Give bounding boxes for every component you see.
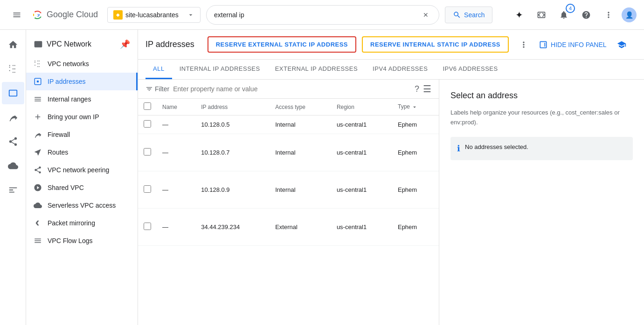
col-region: Region <box>331 99 392 115</box>
search-button[interactable]: Search <box>445 7 492 23</box>
cell-type-2: Ephem <box>392 171 439 209</box>
sidebar-item-vpc-flow-logs[interactable]: VPC Flow Logs <box>26 232 138 250</box>
data-table: Name IP address Access type Region Type <box>138 99 439 246</box>
google-cloud-logo: Google Cloud <box>32 9 98 20</box>
sidebar-item-internal-ranges[interactable]: Internal ranges <box>26 90 138 108</box>
sidebar-item-packet-mirroring[interactable]: Packet mirroring <box>26 214 138 232</box>
filter-input[interactable] <box>173 85 411 93</box>
school-button[interactable] <box>612 35 631 54</box>
nav-item-label: VPC networks <box>48 60 89 68</box>
nav-item-label: Routes <box>48 149 68 156</box>
row-checkbox-3[interactable] <box>144 223 151 230</box>
table-row: — 34.44.239.234 External us-central1 Eph… <box>138 209 439 246</box>
cell-region-3[interactable]: us-central1 <box>331 209 392 246</box>
sidebar-item-vpc-peering[interactable]: VPC network peering <box>26 161 138 179</box>
cell-region-1[interactable]: us-central1 <box>331 134 392 171</box>
filter-help-icon[interactable]: ? <box>415 84 419 94</box>
nav-item-label: VPC network peering <box>48 166 109 174</box>
table-row: — 10.128.0.9 Internal us-central1 Ephem <box>138 171 439 209</box>
info-notice-icon: ℹ <box>457 143 460 154</box>
cell-access-2: Internal <box>270 171 331 209</box>
sidebar-item-routes[interactable]: Routes <box>26 143 138 161</box>
nav-item-label: Firewall <box>48 131 70 138</box>
nav-item-label: VPC Flow Logs <box>48 237 92 244</box>
cell-ip-3[interactable]: 34.44.239.234 <box>195 209 270 246</box>
menu-button[interactable] <box>7 6 26 24</box>
cell-region-2[interactable]: us-central1 <box>331 171 392 209</box>
columns-icon[interactable]: ☰ <box>423 83 431 95</box>
cell-name-1: — <box>157 134 195 171</box>
terminal-button[interactable] <box>532 6 551 24</box>
tab-external[interactable]: EXTERNAL IP ADDRESSES <box>268 60 365 79</box>
tab-ipv6[interactable]: IPV6 ADDRESSES <box>435 60 505 79</box>
cell-type-3: Ephem <box>392 209 439 246</box>
info-panel-description: Labels help organize your resources (e.g… <box>450 108 633 128</box>
sidebar-icon-logs[interactable] <box>2 179 24 201</box>
tab-ipv4[interactable]: IPV4 ADDRESSES <box>365 60 435 79</box>
nav-item-label: IP addresses <box>48 78 85 85</box>
svg-point-1 <box>37 81 39 83</box>
content-header: IP addresses RESERVE EXTERNAL STATIC IP … <box>138 30 644 60</box>
sidebar-item-vpc-networks[interactable]: VPC networks <box>26 55 138 73</box>
sidebar-icon-peering[interactable] <box>2 130 24 153</box>
search-clear-button[interactable]: ✕ <box>420 9 431 20</box>
info-panel: Select an address Labels help organize y… <box>439 80 644 325</box>
hide-info-panel-button[interactable]: HIDE INFO PANEL <box>539 40 607 49</box>
nav-header: VPC Network 📌 <box>26 34 138 55</box>
more-options-button[interactable] <box>599 6 618 24</box>
row-checkbox-0[interactable] <box>144 120 151 128</box>
info-notice-text: No addresses selected. <box>465 143 528 150</box>
sidebar-icon-serverless[interactable] <box>2 155 24 177</box>
filter-bar: Filter ? ☰ <box>138 80 439 99</box>
sidebar-icon-routes[interactable] <box>2 106 24 129</box>
select-all-checkbox[interactable] <box>144 102 151 110</box>
sidebar-icons <box>0 30 26 325</box>
sidebar-icon-ip[interactable] <box>2 82 24 104</box>
top-icons: ✦ 4 👤 <box>510 6 637 24</box>
sidebar-icon-home[interactable] <box>2 34 24 56</box>
nav-panel: VPC Network 📌 VPC networks IP addresses … <box>26 30 138 325</box>
pin-icon[interactable]: 📌 <box>120 39 130 49</box>
content-body: Filter ? ☰ Name IP address <box>138 80 644 325</box>
nav-item-label: Serverless VPC access <box>48 202 116 209</box>
reserve-internal-button[interactable]: RESERVE INTERNAL STATIC IP ADDRESS <box>362 36 509 53</box>
sidebar-item-shared-vpc[interactable]: Shared VPC <box>26 179 138 196</box>
filter-label: Filter <box>145 85 169 93</box>
cell-name-2: — <box>157 171 195 209</box>
col-access: Access type <box>270 99 331 115</box>
help-button[interactable] <box>577 6 596 24</box>
cell-ip-1[interactable]: 10.128.0.7 <box>195 134 270 171</box>
search-input[interactable] <box>214 11 416 19</box>
notification-button[interactable]: 4 <box>554 6 573 24</box>
search-bar: ✕ <box>206 5 439 25</box>
user-avatar[interactable]: 👤 <box>622 7 637 22</box>
sidebar-item-ip-addresses[interactable]: IP addresses <box>26 73 138 90</box>
nav-item-label: Internal ranges <box>48 95 91 103</box>
tab-all[interactable]: ALL <box>145 60 172 79</box>
cell-ip-0[interactable]: 10.128.0.5 <box>195 115 270 134</box>
sidebar-item-firewall[interactable]: Firewall <box>26 126 138 143</box>
sidebar-item-bring-your-own-ip[interactable]: Bring your own IP <box>26 108 138 126</box>
project-selector[interactable]: ◆ site-lucasabrantes <box>107 7 201 23</box>
cell-region-0[interactable]: us-central1 <box>331 115 392 134</box>
reserve-external-button[interactable]: RESERVE EXTERNAL STATIC IP ADDRESS <box>208 36 356 53</box>
cell-name-3: — <box>157 209 195 246</box>
cell-access-0: Internal <box>270 115 331 134</box>
logo-text: Google Cloud <box>47 10 98 20</box>
header-more-button[interactable] <box>514 35 533 54</box>
filter-text: Filter <box>155 85 169 93</box>
tab-internal[interactable]: INTERNAL IP ADDRESSES <box>172 60 268 79</box>
row-checkbox-2[interactable] <box>144 185 151 193</box>
page-title: IP addresses <box>145 40 194 49</box>
search-button-label: Search <box>464 11 485 19</box>
row-checkbox-1[interactable] <box>144 148 151 156</box>
sidebar-item-serverless-vpc[interactable]: Serverless VPC access <box>26 196 138 214</box>
sidebar-icon-vpc[interactable] <box>2 58 24 80</box>
info-panel-notice: ℹ No addresses selected. <box>450 137 633 160</box>
ai-button[interactable]: ✦ <box>510 6 528 24</box>
app-layout: VPC Network 📌 VPC networks IP addresses … <box>0 30 644 325</box>
cell-type-0: Ephem <box>392 115 439 134</box>
project-name: site-lucasabrantes <box>125 11 179 19</box>
cell-ip-2[interactable]: 10.128.0.9 <box>195 171 270 209</box>
cell-name-0: — <box>157 115 195 134</box>
